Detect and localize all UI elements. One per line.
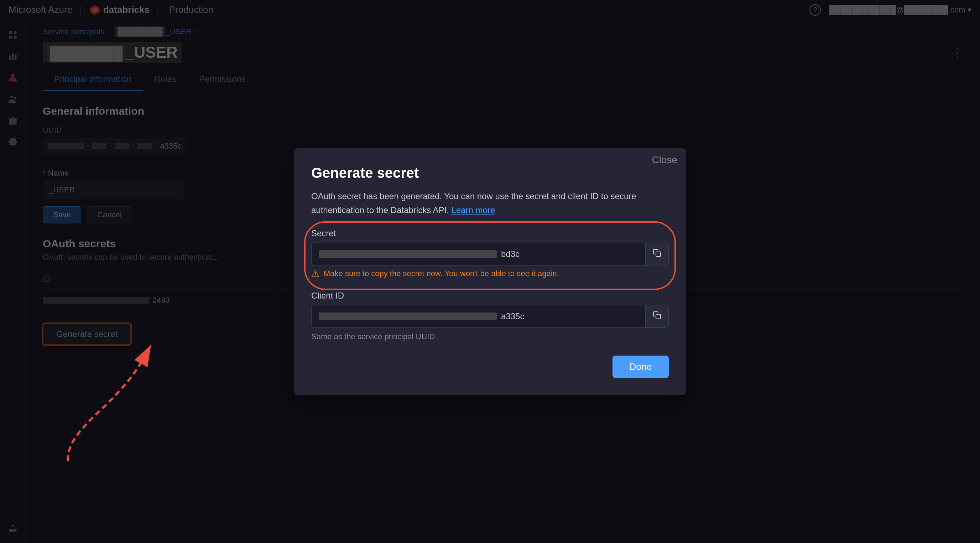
- client-id-masked: [319, 312, 497, 320]
- secret-masked: [319, 250, 497, 258]
- copy-client-id-button[interactable]: [645, 305, 668, 328]
- warning-message: Make sure to copy the secret now. You wo…: [324, 269, 559, 278]
- client-id-suffix: a335c: [501, 311, 524, 322]
- warning-icon: ⚠: [311, 268, 320, 279]
- client-id-value: a335c: [319, 306, 645, 327]
- secret-label: Secret: [311, 228, 669, 238]
- copy-client-id-icon: [653, 311, 661, 320]
- secret-field: bd3c: [311, 243, 669, 266]
- copy-secret-button[interactable]: [645, 243, 668, 265]
- copy-icon: [653, 249, 661, 257]
- secret-section: Secret bd3c ⚠ Make sure to copy the secr…: [311, 228, 669, 279]
- svg-rect-15: [656, 314, 660, 319]
- client-id-note: Same as the service principal UUID: [311, 332, 669, 341]
- modal-footer: Done: [311, 355, 669, 378]
- generate-secret-modal: Close Generate secret OAuth secret has b…: [294, 148, 686, 395]
- modal-close-button[interactable]: Close: [652, 155, 677, 165]
- secret-value: bd3c: [319, 244, 645, 265]
- modal-overlay: Close Generate secret OAuth secret has b…: [0, 0, 980, 543]
- modal-description: OAuth secret has been generated. You can…: [311, 189, 669, 217]
- done-button[interactable]: Done: [612, 355, 669, 378]
- client-id-field: a335c: [311, 305, 669, 328]
- modal-title: Generate secret: [311, 165, 669, 181]
- warning-text: ⚠ Make sure to copy the secret now. You …: [311, 268, 669, 279]
- secret-suffix: bd3c: [501, 249, 520, 259]
- learn-more-link[interactable]: Learn more: [452, 205, 495, 215]
- svg-rect-14: [656, 252, 660, 256]
- client-id-label: Client ID: [311, 291, 669, 301]
